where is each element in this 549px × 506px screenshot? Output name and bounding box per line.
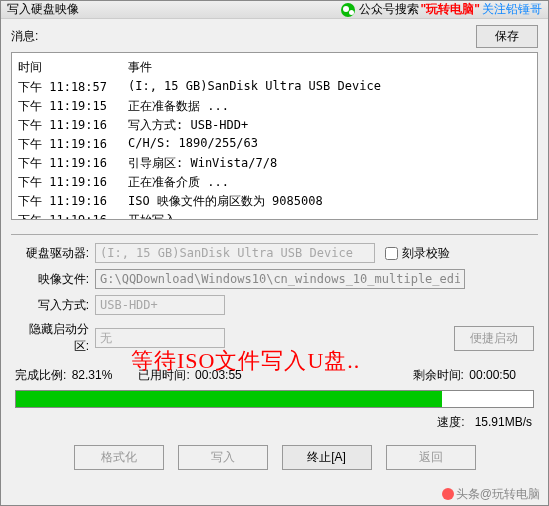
main-window: 写入硬盘映像 公众号搜索 "玩转电脑" 关注铅锤哥 消息: 保存 时间 事件 下…: [0, 0, 549, 506]
info-header: 消息: 保存: [1, 19, 548, 52]
titlebar: 写入硬盘映像 公众号搜索 "玩转电脑" 关注铅锤哥: [1, 1, 548, 19]
format-button: 格式化: [74, 445, 164, 470]
write-mode-select: USB-HDD+: [95, 295, 225, 315]
progress-bar: [15, 390, 534, 408]
log-row: 下午 11:19:16引导扇区: WinVista/7/8: [18, 154, 531, 173]
wechat-icon: [341, 3, 355, 17]
speed-value: 15.91MB/s: [475, 415, 532, 429]
elapsed-label: 已用时间:: [138, 368, 189, 382]
progress-stats: 完成比例: 82.31% 已用时间: 00:03:55 剩余时间: 00:00:…: [1, 361, 548, 386]
promo-text-1: 公众号搜索: [359, 1, 419, 18]
log-row: 下午 11:18:57(I:, 15 GB)SanDisk Ultra USB …: [18, 78, 531, 97]
log-header-time: 时间: [18, 59, 128, 76]
log-header: 时间 事件: [18, 57, 531, 78]
hidden-partition-select: 无: [95, 328, 225, 348]
image-path-input: [95, 269, 465, 289]
log-row: 下午 11:19:15正在准备数据 ...: [18, 97, 531, 116]
promo-text-2: "玩转电脑": [421, 1, 480, 18]
verify-label: 刻录校验: [402, 245, 450, 262]
info-label: 消息:: [11, 28, 38, 45]
divider: [11, 234, 538, 235]
back-button: 返回: [386, 445, 476, 470]
drive-select: (I:, 15 GB)SanDisk Ultra USB Device: [95, 243, 375, 263]
log-header-event: 事件: [128, 59, 531, 76]
remain-label: 剩余时间:: [413, 368, 464, 382]
log-row: 下午 11:19:16ISO 映像文件的扇区数为 9085008: [18, 192, 531, 211]
verify-checkbox-wrap[interactable]: 刻录校验: [385, 245, 450, 262]
window-title: 写入硬盘映像: [7, 1, 79, 18]
quick-boot-button: 便捷启动: [454, 326, 534, 351]
image-label: 映像文件:: [15, 271, 95, 288]
watermark-icon: [442, 488, 454, 500]
write-button: 写入: [178, 445, 268, 470]
watermark: 头条@玩转电脑: [442, 486, 540, 503]
settings-form: 硬盘驱动器: (I:, 15 GB)SanDisk Ultra USB Devi…: [1, 243, 548, 355]
log-row: 下午 11:19:16开始写入 ...: [18, 211, 531, 220]
verify-checkbox[interactable]: [385, 247, 398, 260]
log-row: 下午 11:19:16C/H/S: 1890/255/63: [18, 135, 531, 154]
progress-fill: [16, 391, 442, 407]
log-row: 下午 11:19:16正在准备介质 ...: [18, 173, 531, 192]
log-listbox[interactable]: 时间 事件 下午 11:18:57(I:, 15 GB)SanDisk Ultr…: [11, 52, 538, 220]
abort-button[interactable]: 终止[A]: [282, 445, 372, 470]
mode-label: 写入方式:: [15, 297, 95, 314]
elapsed-value: 00:03:55: [195, 368, 242, 382]
titlebar-promo: 公众号搜索 "玩转电脑" 关注铅锤哥: [341, 1, 542, 18]
log-row: 下午 11:19:16写入方式: USB-HDD+: [18, 116, 531, 135]
save-button[interactable]: 保存: [476, 25, 538, 48]
speed-label: 速度:: [437, 415, 464, 429]
speed-row: 速度: 15.91MB/s: [1, 410, 548, 439]
drive-label: 硬盘驱动器:: [15, 245, 95, 262]
promo-text-3: 关注铅锤哥: [482, 1, 542, 18]
done-value: 82.31%: [72, 368, 113, 382]
done-label: 完成比例:: [15, 368, 66, 382]
hidden-label: 隐藏启动分区:: [15, 321, 95, 355]
remain-value: 00:00:50: [469, 368, 516, 382]
button-row: 格式化 写入 终止[A] 返回: [1, 439, 548, 480]
